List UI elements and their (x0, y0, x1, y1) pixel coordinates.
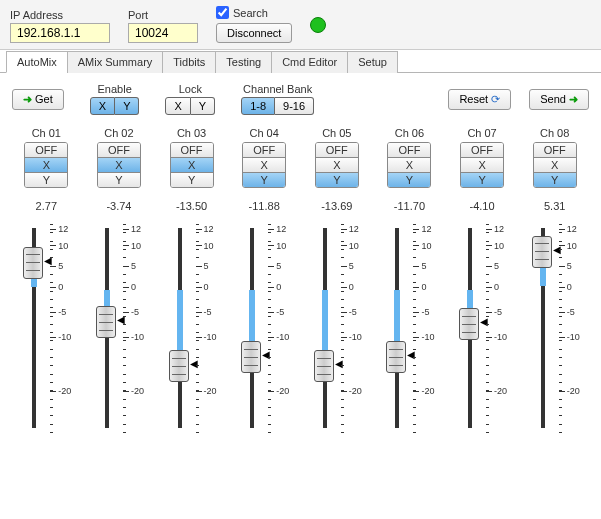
disconnect-button[interactable]: Disconnect (216, 23, 292, 43)
channel-7: Ch 07 OFF X Y -4.10 ◀ 121050-5-10-20 (448, 127, 517, 438)
channel-3: Ch 03 OFF X Y -13.50 ◀ 121050-5-10-20 (157, 127, 226, 438)
fader-scale: 121050-5-10-20 (123, 224, 153, 432)
channel-off-button[interactable]: OFF (171, 143, 213, 157)
channel-x-button[interactable]: X (98, 157, 140, 172)
tab-bar: AutoMixAMix SummaryTidbitsTestingCmd Edi… (0, 50, 601, 73)
bank-group: Channel Bank 1-8 9-16 (241, 83, 314, 115)
channel-2: Ch 02 OFF X Y -3.74 ◀ 121050-5-10-20 (85, 127, 154, 438)
channel-off-button[interactable]: OFF (461, 143, 503, 157)
bank-label: Channel Bank (243, 83, 312, 95)
fader-knob[interactable] (169, 350, 189, 382)
fader-scale: 121050-5-10-20 (559, 224, 589, 432)
channel-mode-buttons: OFF X Y (387, 142, 431, 188)
channel-x-button[interactable]: X (25, 157, 67, 172)
channel-x-button[interactable]: X (316, 157, 358, 172)
channel-off-button[interactable]: OFF (98, 143, 140, 157)
lock-x-button[interactable]: X (165, 97, 190, 115)
fader[interactable]: ◀ 121050-5-10-20 (379, 218, 439, 438)
fader-knob[interactable] (241, 341, 261, 373)
fader[interactable]: ◀ 121050-5-10-20 (89, 218, 149, 438)
channel-label: Ch 02 (104, 127, 133, 139)
tab-setup[interactable]: Setup (347, 51, 398, 73)
channel-y-button[interactable]: Y (98, 172, 140, 187)
channel-y-button[interactable]: Y (316, 172, 358, 187)
bank-1-8-button[interactable]: 1-8 (241, 97, 275, 115)
lock-y-button[interactable]: Y (191, 97, 215, 115)
port-field-group: Port (128, 9, 198, 43)
fader-knob[interactable] (459, 308, 479, 340)
channel-mode-buttons: OFF X Y (97, 142, 141, 188)
tab-automix[interactable]: AutoMix (6, 51, 68, 73)
status-indicator (310, 17, 326, 33)
fader-scale: 121050-5-10-20 (196, 224, 226, 432)
fader-knob[interactable] (314, 350, 334, 382)
arrow-right-icon: ➜ (569, 93, 578, 105)
ip-field-group: IP Address (10, 9, 110, 43)
ip-input[interactable] (10, 23, 110, 43)
channel-value: 2.77 (36, 200, 57, 212)
channel-strip-row: Ch 01 OFF X Y 2.77 ◀ 121050-5-10-20 Ch 0… (12, 127, 589, 438)
top-bar: IP Address Port Search Disconnect (0, 0, 601, 50)
controls-row: ➜ Get Enable X Y Lock X Y Channel Bank 1… (12, 83, 589, 115)
get-button[interactable]: ➜ Get (12, 89, 64, 110)
channel-value: -3.74 (106, 200, 131, 212)
fader-knob[interactable] (96, 306, 116, 338)
channel-x-button[interactable]: X (171, 157, 213, 172)
ip-label: IP Address (10, 9, 110, 21)
channel-x-button[interactable]: X (243, 157, 285, 172)
fader[interactable]: ◀ 121050-5-10-20 (525, 218, 585, 438)
fader[interactable]: ◀ 121050-5-10-20 (307, 218, 367, 438)
fader[interactable]: ◀ 121050-5-10-20 (162, 218, 222, 438)
fader-knob[interactable] (532, 236, 552, 268)
enable-x-button[interactable]: X (90, 97, 115, 115)
enable-y-button[interactable]: Y (115, 97, 139, 115)
channel-value: 5.31 (544, 200, 565, 212)
tab-amix-summary[interactable]: AMix Summary (67, 51, 164, 73)
channel-value: -4.10 (470, 200, 495, 212)
bank-9-16-button[interactable]: 9-16 (275, 97, 314, 115)
channel-off-button[interactable]: OFF (388, 143, 430, 157)
search-checkbox[interactable] (216, 6, 229, 19)
channel-x-button[interactable]: X (534, 157, 576, 172)
channel-label: Ch 03 (177, 127, 206, 139)
channel-off-button[interactable]: OFF (534, 143, 576, 157)
automix-panel: ➜ Get Enable X Y Lock X Y Channel Bank 1… (0, 73, 601, 448)
fader-knob[interactable] (23, 247, 43, 279)
channel-off-button[interactable]: OFF (25, 143, 67, 157)
refresh-icon: ⟳ (491, 93, 500, 105)
channel-y-button[interactable]: Y (388, 172, 430, 187)
tab-tidbits[interactable]: Tidbits (162, 51, 216, 73)
tab-testing[interactable]: Testing (215, 51, 272, 73)
channel-label: Ch 04 (250, 127, 279, 139)
fader[interactable]: ◀ 121050-5-10-20 (452, 218, 512, 438)
channel-y-button[interactable]: Y (534, 172, 576, 187)
channel-label: Ch 08 (540, 127, 569, 139)
channel-x-button[interactable]: X (461, 157, 503, 172)
channel-mode-buttons: OFF X Y (460, 142, 504, 188)
fader-knob[interactable] (386, 341, 406, 373)
fader[interactable]: ◀ 121050-5-10-20 (234, 218, 294, 438)
port-input[interactable] (128, 23, 198, 43)
channel-mode-buttons: OFF X Y (533, 142, 577, 188)
search-group: Search Disconnect (216, 6, 292, 43)
channel-mode-buttons: OFF X Y (170, 142, 214, 188)
channel-label: Ch 06 (395, 127, 424, 139)
channel-8: Ch 08 OFF X Y 5.31 ◀ 121050-5-10-20 (520, 127, 589, 438)
reset-button[interactable]: Reset ⟳ (448, 89, 511, 110)
channel-off-button[interactable]: OFF (243, 143, 285, 157)
channel-y-button[interactable]: Y (243, 172, 285, 187)
channel-value: -13.50 (176, 200, 207, 212)
channel-mode-buttons: OFF X Y (315, 142, 359, 188)
channel-y-button[interactable]: Y (171, 172, 213, 187)
channel-y-button[interactable]: Y (25, 172, 67, 187)
channel-off-button[interactable]: OFF (316, 143, 358, 157)
lock-label: Lock (179, 83, 202, 95)
fader[interactable]: ◀ 121050-5-10-20 (16, 218, 76, 438)
channel-y-button[interactable]: Y (461, 172, 503, 187)
fader-scale: 121050-5-10-20 (50, 224, 80, 432)
channel-x-button[interactable]: X (388, 157, 430, 172)
tab-cmd-editor[interactable]: Cmd Editor (271, 51, 348, 73)
send-button[interactable]: Send ➜ (529, 89, 589, 110)
enable-group: Enable X Y (90, 83, 140, 115)
channel-label: Ch 07 (467, 127, 496, 139)
